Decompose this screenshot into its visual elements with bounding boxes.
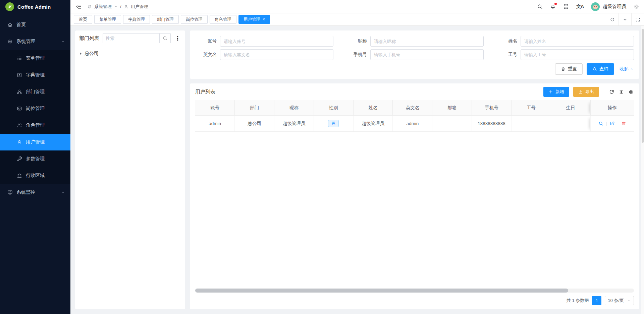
caret-right-icon[interactable] [80, 52, 82, 55]
job-number-input[interactable] [521, 49, 634, 60]
search-icon [592, 67, 597, 71]
breadcrumb-level2: 用户管理 [131, 4, 148, 10]
account-input[interactable] [220, 36, 333, 47]
column-settings-gear-icon[interactable] [628, 89, 634, 95]
settings-gear-icon[interactable] [634, 4, 639, 9]
sidebar-item-label: 系统监控 [16, 189, 57, 195]
name-input[interactable] [521, 36, 634, 47]
column-header-nickname: 昵称 [274, 100, 314, 116]
query-button[interactable]: 查询 [587, 63, 614, 75]
phone-input[interactable] [370, 49, 484, 60]
filter-panel: 账号 昵称 姓名 英文名 [190, 30, 639, 79]
maximize-content-button[interactable] [631, 13, 644, 25]
sidebar-item-menu-management[interactable]: 菜单管理 [0, 50, 70, 67]
vertical-scrollbar[interactable] [641, 26, 644, 314]
user-list-title: 用户列表 [195, 89, 215, 95]
sidebar-item-dict-management[interactable]: 字典管理 [0, 67, 70, 83]
reset-button[interactable]: 重置 [555, 63, 583, 75]
maximize-icon [635, 17, 640, 22]
users-icon [17, 123, 22, 128]
tab-home[interactable]: 首页 [74, 15, 92, 24]
download-icon [578, 89, 583, 94]
dictionary-icon [17, 72, 22, 78]
search-icon [163, 36, 167, 41]
vertical-scrollbar-thumb[interactable] [642, 29, 644, 143]
field-name: 姓名 [496, 36, 634, 47]
table-row: admin 总公司 超级管理员 男 超级管理员 admin 1888888888… [195, 116, 634, 132]
row-density-icon[interactable] [619, 89, 624, 95]
field-phone: 手机号 [345, 49, 484, 60]
sidebar-item-label: 部门管理 [26, 89, 65, 95]
sidebar-item-home[interactable]: 首页 [0, 16, 70, 33]
chevron-down-icon[interactable] [114, 5, 118, 8]
sidebar-item-dept-management[interactable]: 部门管理 [0, 83, 70, 100]
sidebar-item-system-monitor[interactable]: 系统监控 [0, 184, 70, 201]
cell-phone: 18888888888 [472, 116, 512, 132]
sidebar-item-param-management[interactable]: 参数管理 [0, 150, 70, 167]
tab-options-button[interactable] [619, 13, 631, 25]
sidebar-item-post-management[interactable]: 岗位管理 [0, 100, 70, 117]
pagination-total: 共 1 条数据 [567, 298, 589, 304]
sidebar-item-admin-region[interactable]: 行政区域 [0, 167, 70, 184]
page-size-value: 10 条/页 [608, 298, 624, 304]
refresh-tab-button[interactable] [606, 13, 619, 25]
nickname-input[interactable] [370, 36, 484, 47]
tab-dept-management[interactable]: 部门管理 [152, 15, 179, 24]
more-vertical-icon[interactable]: ⋮ [174, 35, 181, 42]
org-chart-icon [17, 89, 22, 95]
department-panel-title: 部门列表 [79, 35, 99, 42]
view-magnifier-icon[interactable] [598, 121, 603, 126]
topbar-actions: 文A 超级管理员 [537, 2, 639, 11]
page-button-1[interactable]: 1 [592, 296, 601, 305]
fullscreen-icon[interactable] [563, 4, 569, 9]
delete-trash-icon[interactable] [621, 121, 626, 126]
user-menu[interactable]: 超级管理员 [591, 2, 626, 11]
sidebar-item-system-management[interactable]: 系统管理 [0, 33, 70, 50]
tab-dict-management[interactable]: 字典管理 [123, 15, 150, 24]
field-label: 工号 [496, 52, 517, 58]
department-search-input[interactable] [103, 33, 159, 43]
edit-pencil-icon[interactable] [610, 121, 615, 126]
translate-icon[interactable]: 文A [576, 4, 584, 10]
collapse-filters-link[interactable]: 收起 [620, 66, 634, 72]
cell-name: 超级管理员 [353, 116, 393, 132]
refresh-icon[interactable] [609, 89, 614, 95]
chevron-up-icon [61, 40, 65, 44]
horizontal-scrollbar-thumb[interactable] [195, 289, 568, 293]
chevron-up-icon [630, 67, 634, 71]
column-header-dept: 部门 [235, 100, 274, 116]
tree-node-root[interactable]: 总公司 [80, 51, 180, 57]
tab-menu-management[interactable]: 菜单管理 [94, 15, 121, 24]
add-user-button[interactable]: 新增 [543, 87, 569, 97]
tab-user-management[interactable]: 用户管理 × [238, 15, 270, 24]
sidebar-item-label: 菜单管理 [26, 55, 65, 61]
export-button[interactable]: 导出 [573, 87, 599, 97]
sidebar-item-label: 首页 [16, 22, 65, 28]
close-icon[interactable]: × [263, 17, 265, 21]
search-icon[interactable] [537, 4, 543, 9]
tab-post-management[interactable]: 岗位管理 [181, 15, 208, 24]
tab-label: 角色管理 [215, 17, 231, 22]
field-job-number: 工号 [496, 49, 634, 60]
notifications-button[interactable] [550, 4, 556, 9]
breadcrumb-level1[interactable]: 系统管理 [94, 4, 112, 10]
field-label: 账号 [195, 38, 217, 44]
tab-role-management[interactable]: 角色管理 [210, 15, 236, 24]
page-size-select[interactable]: 10 条/页 [605, 296, 634, 305]
sidebar-item-label: 行政区域 [26, 173, 65, 179]
english-name-input[interactable] [220, 49, 333, 60]
column-header-birthday: 生日 [551, 100, 590, 116]
department-tree: 总公司 [75, 46, 185, 61]
department-search-button[interactable] [159, 33, 171, 43]
horizontal-scrollbar[interactable] [195, 289, 634, 293]
tab-label: 菜单管理 [99, 17, 116, 22]
sidebar-fold-icon[interactable] [76, 4, 82, 10]
tree-node-label: 总公司 [85, 51, 99, 57]
sidebar-item-user-management[interactable]: 用户管理 [0, 134, 70, 150]
app-title: Coffee Admin [17, 4, 51, 10]
field-english-name: 英文名 [195, 49, 333, 60]
collapse-label: 收起 [620, 66, 629, 72]
department-panel: 部门列表 ⋮ 总公司 [75, 30, 185, 309]
sidebar-item-role-management[interactable]: 角色管理 [0, 117, 70, 134]
leaf-logo-icon [5, 2, 14, 11]
